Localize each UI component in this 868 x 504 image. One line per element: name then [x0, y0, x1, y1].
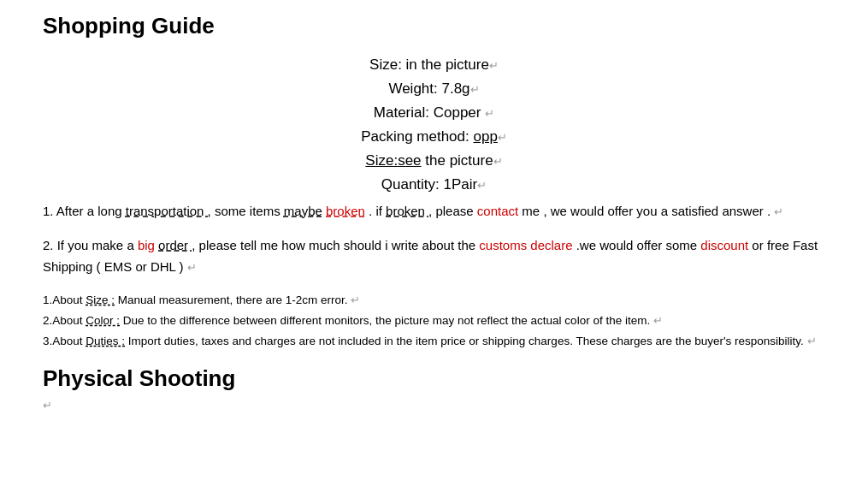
- discount-text: discount: [700, 238, 748, 252]
- contact-text: contact: [477, 204, 518, 218]
- note-3: 3.About Duties : Import duties, taxes an…: [43, 331, 825, 352]
- broken1-text: broken: [326, 204, 365, 218]
- physical-shooting-title: Physical Shooting: [43, 365, 825, 392]
- paragraph-2: 2. If you make a big order , please tell…: [43, 234, 825, 278]
- note-2-text: Due to the difference between different …: [123, 314, 650, 327]
- customs-declare-text: customs declare: [479, 238, 572, 252]
- note-3-text: Import duties, taxes and charges are not…: [128, 335, 804, 347]
- big-text: big: [138, 238, 155, 252]
- physical-shooting-newline: ↵: [43, 397, 825, 412]
- packing-method-value: opp: [473, 128, 497, 145]
- order-text: order ,: [158, 238, 195, 252]
- spec-packing: Packing method: opp↵: [43, 128, 825, 145]
- shopping-guide-title: Shopping Guide: [43, 13, 825, 39]
- note-2-label: 2.About Color :: [43, 314, 120, 327]
- spec-material: Material: Copper ↵: [43, 104, 825, 122]
- notes-section: 1.About Size : Manual measurement, there…: [43, 290, 825, 353]
- note-3-label: 3.About Duties :: [43, 335, 125, 347]
- spec-weight: Weight: 7.8g↵: [43, 80, 825, 98]
- transportation-text: transportation ,: [126, 204, 211, 218]
- note-2: 2.About Color : Due to the difference be…: [43, 311, 825, 331]
- spec-quantity: Quantity: 1Pair↵: [43, 176, 825, 193]
- maybe-text: maybe: [284, 204, 322, 218]
- note-1-label: 1.About Size :: [43, 294, 115, 306]
- spec-size: Size: in the picture↵: [43, 56, 825, 74]
- spec-size-see: Size:see the picture↵: [43, 152, 825, 169]
- paragraph-1: 1. After a long transportation , some it…: [43, 200, 825, 222]
- size-see-label: Size:see: [365, 152, 421, 169]
- note-1: 1.About Size : Manual measurement, there…: [43, 290, 825, 311]
- broken2-text: broken ,: [386, 204, 432, 218]
- note-1-text: Manual measurement, there are 1-2cm erro…: [118, 294, 348, 306]
